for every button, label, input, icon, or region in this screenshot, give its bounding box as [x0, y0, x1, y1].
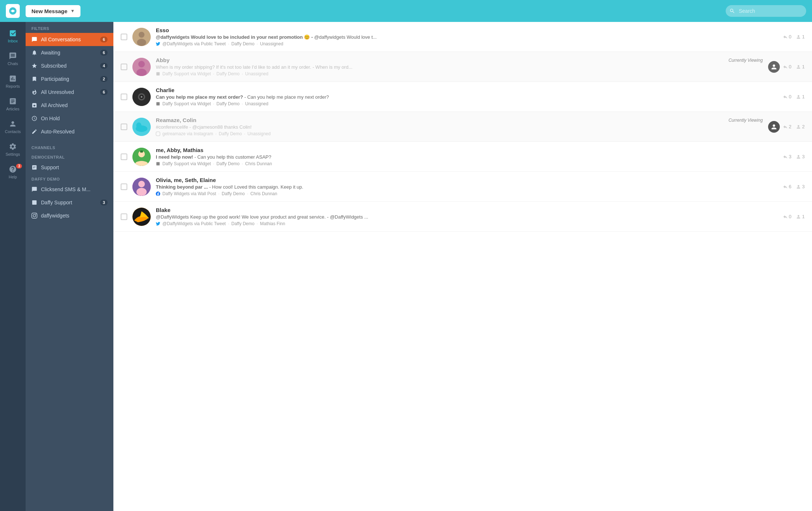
reply-icon-esso	[783, 34, 788, 39]
conv-checkbox-charlie[interactable]	[121, 94, 127, 100]
conv-checkbox-reamaze[interactable]	[121, 124, 127, 130]
clock-icon	[31, 116, 37, 121]
sidebar: FILTERS All Conversations 6 Awaiting 6 S…	[26, 22, 113, 511]
nav-label-reports: Reports	[6, 84, 20, 88]
search-icon	[729, 8, 735, 14]
conv-content-blake: Blake @DaffyWidgets Keep up the good wor…	[156, 207, 778, 226]
conv-content-me-abby: me, Abby, Mathias I need help now! - Can…	[156, 147, 778, 166]
svg-point-9	[141, 96, 143, 98]
conv-checkbox-abby[interactable]	[121, 64, 127, 70]
svg-rect-15	[140, 150, 143, 152]
sidebar-item-all-archived[interactable]: All Archived	[26, 99, 113, 112]
conv-name-abby: Abby	[156, 57, 170, 63]
nav-item-articles[interactable]: Articles	[0, 93, 26, 116]
conv-source-esso: @DaffyWidgets via Public Tweet	[162, 41, 226, 46]
sidebar-item-auto-resolved[interactable]: Auto-Resolved	[26, 125, 113, 138]
sidebar-label-all-unresolved: All Unresolved	[41, 89, 97, 95]
search-input[interactable]	[726, 5, 806, 17]
conv-preview-esso: @daffywidgets Would love to be included …	[156, 34, 778, 40]
sidebar-item-clicksend[interactable]: Clicksend SMS & M...	[26, 183, 113, 196]
star-icon	[31, 63, 37, 69]
new-message-button[interactable]: New Message ▼	[26, 5, 80, 17]
sidebar-item-all-conversations[interactable]: All Conversations 6	[26, 33, 113, 46]
conversation-item-charlie[interactable]: Charlie Can you help me place my next or…	[113, 82, 812, 112]
chat-icon	[31, 37, 37, 42]
conversation-item-reamaze-colin[interactable]: Reamaze, Colin Currently Viewing #confer…	[113, 112, 812, 142]
nav-item-contacts[interactable]: Contacts	[0, 116, 26, 138]
conv-name-blake: Blake	[156, 207, 170, 213]
conversation-item-olivia[interactable]: Olivia, me, Seth, Elaine Thinking beyond…	[113, 172, 812, 202]
sidebar-item-daffywidgets[interactable]: daffywidgets	[26, 209, 113, 222]
sidebar-count-all-unresolved: 6	[100, 89, 108, 95]
sidebar-label-on-hold: On Hold	[41, 116, 108, 121]
daffy-demo-header: DAFFY DEMO	[26, 174, 113, 183]
viewing-avatar-reamaze	[768, 121, 780, 133]
sidebar-label-daffy-support: Daffy Support	[41, 200, 97, 205]
chevron-down-icon: ▼	[70, 8, 75, 14]
svg-point-18	[136, 188, 147, 196]
conversation-item-abby[interactable]: Abby Currently Viewing When is my order …	[113, 52, 812, 82]
sidebar-label-subscribed: Subscribed	[41, 63, 97, 69]
conversation-item-esso[interactable]: Esso @daffywidgets Would love to be incl…	[113, 22, 812, 52]
conversation-item-blake[interactable]: Blake @DaffyWidgets Keep up the good wor…	[113, 202, 812, 232]
conv-checkbox-me-abby[interactable]	[121, 154, 127, 160]
conversation-item-me-abby-mathias[interactable]: me, Abby, Mathias I need help now! - Can…	[113, 142, 812, 172]
filters-header: FILTERS	[26, 22, 113, 33]
conv-checkbox-olivia[interactable]	[121, 183, 127, 190]
conv-viewing-label-abby: Currently Viewing	[729, 58, 763, 63]
conv-assignee-esso: Unassigned	[260, 41, 283, 46]
sidebar-label-clicksend: Clicksend SMS & M...	[41, 186, 108, 192]
conv-preview-rest-esso: @daffywidgets Would love t...	[314, 34, 377, 40]
conv-meta-esso: @DaffyWidgets via Public Tweet · Daffy D…	[156, 41, 778, 46]
conv-content-abby: Abby Currently Viewing When is my order …	[156, 57, 763, 76]
nav-item-inbox[interactable]: Inbox	[0, 25, 26, 48]
conv-avatar-charlie	[132, 88, 151, 106]
widget-icon-charlie	[156, 102, 160, 106]
conv-replies-esso: 0	[783, 34, 792, 39]
svg-point-2	[137, 39, 146, 46]
conv-stats-abby: 0 1	[783, 64, 805, 69]
conv-stats-blake: 0 1	[783, 214, 805, 219]
main-layout: Inbox Chats Reports Articles Contacts Se…	[0, 22, 812, 511]
conv-content-esso: Esso @daffywidgets Would love to be incl…	[156, 27, 778, 46]
conv-content-olivia: Olivia, me, Seth, Elaine Thinking beyond…	[156, 177, 778, 196]
conv-preview-bold-abby: When is my order shipping? If it's not t…	[156, 64, 290, 70]
sidebar-label-daffywidgets: daffywidgets	[41, 213, 108, 219]
conv-meta-me-abby: Daffy Support via Widget · Daffy Demo · …	[156, 161, 778, 166]
sidebar-item-daffy-support[interactable]: Daffy Support 3	[26, 196, 113, 209]
conv-name-olivia: Olivia, me, Seth, Elaine	[156, 177, 216, 183]
flame-icon	[31, 89, 37, 95]
sidebar-item-awaiting[interactable]: Awaiting 6	[26, 46, 113, 59]
nav-item-chats[interactable]: Chats	[0, 48, 26, 70]
instagram-icon-reamaze	[156, 132, 160, 136]
conv-meta-blake: @DaffyWidgets via Public Tweet · Daffy D…	[156, 221, 778, 226]
conv-name-me-abby: me, Abby, Mathias	[156, 147, 203, 153]
nav-item-help[interactable]: Help 3	[0, 161, 26, 183]
nav-item-settings[interactable]: Settings	[0, 138, 26, 161]
nav-item-reports[interactable]: Reports	[0, 70, 26, 93]
conv-preview-me-abby: I need help now! - Can you help this cus…	[156, 154, 778, 160]
archive-icon	[31, 102, 37, 108]
conv-avatar-blake	[132, 208, 151, 226]
conv-meta-charlie: Daffy Support via Widget · Daffy Demo · …	[156, 101, 778, 106]
sidebar-item-on-hold[interactable]: On Hold	[26, 112, 113, 125]
svg-point-12	[136, 122, 142, 128]
conv-checkbox-blake[interactable]	[121, 213, 127, 220]
conv-checkbox-esso[interactable]	[121, 34, 127, 40]
conv-stats-reamaze: 2 2	[783, 124, 805, 129]
conv-meta-abby: Daffy Support via Widget · Daffy Demo · …	[156, 71, 763, 76]
sidebar-count-daffy-support: 3	[100, 200, 108, 205]
new-message-label: New Message	[31, 8, 67, 14]
conv-name-reamaze: Reamaze, Colin	[156, 117, 196, 123]
conv-preview-abby: When is my order shipping? If it's not t…	[156, 64, 763, 70]
sidebar-item-support[interactable]: Support	[26, 161, 113, 174]
conv-avatar-esso	[132, 28, 151, 46]
sidebar-label-all-archived: All Archived	[41, 102, 108, 108]
sidebar-count-awaiting: 6	[100, 50, 108, 56]
nav-label-contacts: Contacts	[5, 129, 20, 134]
conversation-list: Esso @daffywidgets Would love to be incl…	[113, 22, 812, 511]
sidebar-item-subscribed[interactable]: Subscribed 4	[26, 59, 113, 72]
sidebar-item-participating[interactable]: Participating 2	[26, 72, 113, 86]
sidebar-item-all-unresolved[interactable]: All Unresolved 6	[26, 86, 113, 99]
democentral-header: DEMOCENTRAL	[26, 152, 113, 161]
